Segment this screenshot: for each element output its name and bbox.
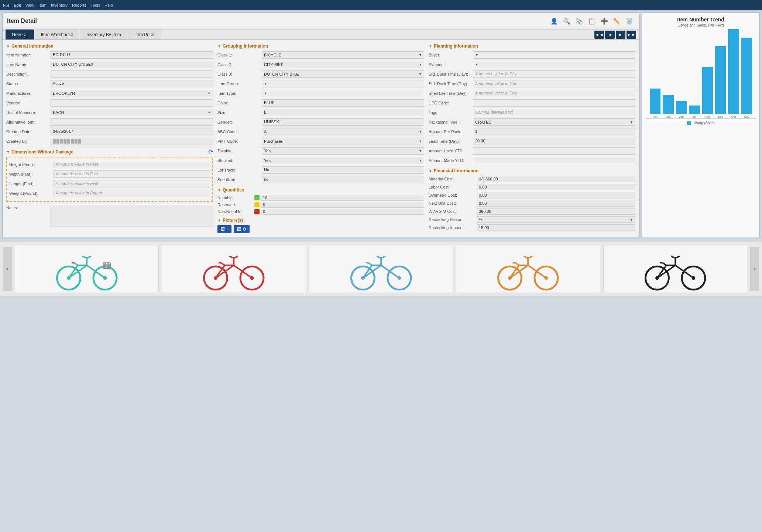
- amount-made-ytd-value[interactable]: [473, 157, 635, 164]
- tab-inventory-by-item[interactable]: Inventory By Item: [80, 30, 127, 39]
- notes-field[interactable]: [51, 205, 213, 227]
- bike-thumb-3[interactable]: [309, 245, 453, 293]
- next-unit-cost-value: 0.00: [477, 200, 635, 207]
- search-icon[interactable]: 🔍: [562, 16, 572, 26]
- chart-bar: [689, 106, 700, 114]
- notes-label: Notes:: [6, 205, 51, 210]
- nav-view[interactable]: View: [25, 3, 34, 7]
- field-serialized: Serialized: no: [217, 176, 424, 184]
- refresh-icon[interactable]: ⟳: [208, 148, 213, 155]
- chart-bar-group: Apr: [650, 89, 660, 118]
- taxable-value[interactable]: Yes: [262, 147, 424, 155]
- bike-thumb-5[interactable]: [603, 245, 747, 293]
- tab-general[interactable]: General: [6, 30, 34, 39]
- chart-bar-group: Jul: [689, 106, 700, 118]
- bike-thumb-1[interactable]: [15, 245, 159, 293]
- width-value[interactable]: A numeric value in Feet: [54, 170, 210, 178]
- field-item-name: Item Name: DUTCH CITY UNISEX: [6, 61, 213, 69]
- field-restocking-fee: Restocking Fee as: %▼: [429, 216, 635, 223]
- field-lot-track: Lot Track: No: [217, 166, 424, 174]
- planning-info-title: Planning Information: [429, 44, 635, 49]
- amount-used-ytd-value[interactable]: [473, 147, 635, 155]
- bike-thumb-2[interactable]: [162, 245, 306, 293]
- std-dock-time-value[interactable]: A numeric value in Day: [473, 80, 635, 87]
- chart-bar: [676, 101, 687, 114]
- pmt-code-value[interactable]: Purchased: [262, 138, 424, 145]
- vendor-value[interactable]: [51, 99, 213, 107]
- nav-reports[interactable]: Reports: [72, 3, 86, 7]
- planner-value[interactable]: [473, 61, 635, 68]
- field-manufacturer: Manufacturer: BROOKLYN: [6, 89, 213, 97]
- manage-picture-button[interactable]: 🖼 ⚙: [234, 225, 249, 233]
- add-picture-button[interactable]: 🖼 +: [217, 225, 231, 233]
- nav-arrows: ◄◄ ◄ ► ►►: [594, 31, 636, 39]
- qty-nettable-row: Nettable: 10: [217, 195, 424, 201]
- export-icon[interactable]: 📋: [587, 16, 597, 26]
- nav-item[interactable]: Item: [38, 3, 46, 7]
- edit-icon[interactable]: ✏️: [612, 16, 622, 26]
- description-value[interactable]: [51, 70, 213, 78]
- height-value[interactable]: A numeric value in Feet: [54, 161, 210, 168]
- nav-help[interactable]: Help: [104, 3, 113, 7]
- manufacturer-value[interactable]: BROOKLYN: [51, 90, 213, 97]
- strip-prev-button[interactable]: ‹: [3, 247, 12, 291]
- upc-code-value[interactable]: [473, 99, 635, 107]
- paperclip-icon[interactable]: 📎: [574, 16, 584, 26]
- item-name-value: DUTCH CITY UNISEX: [51, 61, 213, 68]
- class2-value[interactable]: CITY BIKE: [262, 61, 424, 68]
- strip-next-button[interactable]: ›: [750, 247, 759, 291]
- field-tags: Tags: Comma delimited list: [429, 108, 635, 117]
- nav-first[interactable]: ◄◄: [594, 31, 604, 39]
- bike-thumb-4[interactable]: [456, 245, 600, 293]
- shelf-life-time-value[interactable]: A numeric value in Day: [473, 90, 635, 97]
- tab-item-price[interactable]: Item Price: [128, 30, 161, 39]
- item-group-value[interactable]: [262, 80, 424, 87]
- pictures-title: Picture(s): [217, 218, 424, 223]
- svg-line-71: [662, 263, 666, 265]
- nav-inventory[interactable]: Inventory: [51, 3, 68, 7]
- nav-prev[interactable]: ◄: [605, 31, 615, 39]
- nav-next[interactable]: ►: [616, 31, 625, 39]
- uom-value[interactable]: EACH: [51, 109, 213, 116]
- reserved-value: 0: [261, 202, 424, 208]
- person-search-icon[interactable]: 👤: [549, 16, 559, 26]
- class1-value[interactable]: BICYCLE: [262, 51, 424, 59]
- nav-last[interactable]: ►►: [627, 31, 636, 39]
- nav-edit[interactable]: Edit: [14, 3, 21, 7]
- color-value: BLUE: [262, 99, 424, 107]
- created-by-value: ████████: [51, 138, 213, 145]
- tab-item-warehouse[interactable]: Item Warehouse: [35, 30, 80, 39]
- length-value[interactable]: A numeric value in Feet: [54, 180, 210, 187]
- nav-file[interactable]: File: [3, 3, 10, 7]
- add-icon[interactable]: ➕: [599, 16, 610, 26]
- field-gender: Gender: UNISEX: [217, 118, 424, 126]
- class3-value[interactable]: DUTCH CITY BIKE: [262, 70, 424, 78]
- packaging-type-value[interactable]: CRATES: [473, 118, 635, 126]
- svg-line-10: [87, 256, 91, 258]
- buyer-value[interactable]: [473, 51, 635, 59]
- material-cost-link-icon[interactable]: 🔗: [478, 177, 483, 182]
- field-created-date: Created Date: 04/25/2017: [6, 128, 213, 136]
- chart-bar-label: Oct: [731, 115, 736, 118]
- weight-value[interactable]: A numeric value in Pound: [54, 190, 210, 197]
- chart-bar: [715, 46, 726, 114]
- item-type-value[interactable]: [262, 90, 424, 97]
- top-navigation: File Edit View Item Inventory Reports To…: [0, 0, 762, 10]
- field-vendor: Vendor:: [6, 99, 213, 107]
- restocking-fee-value[interactable]: %▼: [477, 216, 635, 223]
- non-nettable-color-dot: [254, 209, 260, 214]
- chart-bar-group: Oct: [728, 29, 739, 118]
- std-build-time-value[interactable]: A numeric value in Day: [473, 70, 635, 78]
- field-alt-item: Alternative Item:: [6, 118, 213, 126]
- tags-value[interactable]: Comma delimited list: [473, 109, 635, 116]
- nav-tools[interactable]: Tools: [91, 3, 100, 7]
- alt-item-value[interactable]: [51, 118, 213, 126]
- stocked-value[interactable]: Yes: [262, 157, 424, 164]
- chart-bar-label: Jun: [679, 115, 684, 118]
- general-info-title: General Information: [6, 44, 213, 49]
- dimensions-section: Dimensions Without Package ⟳ Height (Fee…: [6, 148, 213, 202]
- abc-code-value[interactable]: A: [262, 128, 424, 135]
- nettable-value: 10: [261, 195, 424, 201]
- wavg-m-cost-value: 360.00: [477, 208, 635, 215]
- delete-icon[interactable]: 🗑️: [624, 16, 635, 26]
